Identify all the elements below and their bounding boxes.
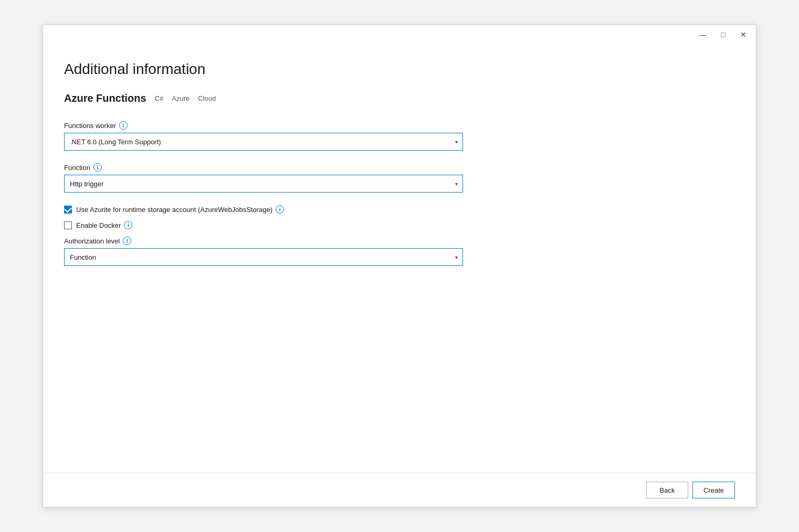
enable-docker-label: Enable Docker i [76, 221, 132, 229]
tag-csharp: C# [155, 94, 164, 102]
subtitle-row: Azure Functions C# Azure Cloud [64, 92, 735, 104]
use-azurite-label: Use Azurite for runtime storage account … [76, 205, 284, 214]
use-azurite-info-icon[interactable]: i [276, 205, 284, 214]
form-section: Functions worker i .NET 6.0 (Long Term S… [64, 121, 463, 266]
functions-worker-label: Functions worker i [64, 121, 463, 130]
footer: Back Create [43, 473, 756, 507]
use-azurite-row: Use Azurite for runtime storage account … [64, 205, 463, 214]
function-select-wrapper: Http trigger Timer trigger Blob trigger … [64, 175, 463, 193]
functions-worker-group: Functions worker i .NET 6.0 (Long Term S… [64, 121, 463, 151]
functions-worker-select[interactable]: .NET 6.0 (Long Term Support) .NET 7.0 .N… [64, 133, 463, 151]
authorization-level-info-icon[interactable]: i [123, 237, 131, 245]
tag-cloud: Cloud [198, 94, 216, 102]
minimize-button[interactable]: — [696, 30, 710, 39]
close-button[interactable]: ✕ [737, 30, 750, 39]
tag-azure: Azure [172, 94, 190, 102]
function-group: Function i Http trigger Timer trigger Bl… [64, 163, 463, 193]
subtitle-main: Azure Functions [64, 92, 146, 104]
authorization-level-select[interactable]: Function Anonymous Admin [64, 248, 463, 266]
create-button[interactable]: Create [692, 482, 735, 498]
maximize-button[interactable]: □ [718, 30, 729, 39]
enable-docker-info-icon[interactable]: i [124, 221, 132, 229]
use-azurite-checkbox[interactable] [64, 206, 72, 214]
main-window: — □ ✕ Additional information Azure Funct… [43, 25, 756, 507]
main-content: Additional information Azure Functions C… [43, 44, 756, 473]
function-select[interactable]: Http trigger Timer trigger Blob trigger … [64, 175, 463, 193]
enable-docker-row: Enable Docker i [64, 221, 463, 229]
authorization-level-label: Authorization level i [64, 237, 463, 245]
enable-docker-checkbox[interactable] [64, 221, 72, 229]
function-info-icon[interactable]: i [93, 163, 102, 172]
function-label: Function i [64, 163, 463, 172]
functions-worker-info-icon[interactable]: i [119, 121, 128, 130]
functions-worker-select-wrapper: .NET 6.0 (Long Term Support) .NET 7.0 .N… [64, 133, 463, 151]
title-bar: — □ ✕ [43, 25, 756, 44]
page-title: Additional information [64, 61, 735, 78]
authorization-level-select-wrapper: Function Anonymous Admin ▾ [64, 248, 463, 266]
back-button[interactable]: Back [646, 482, 688, 498]
authorization-level-group: Authorization level i Function Anonymous… [64, 237, 463, 266]
